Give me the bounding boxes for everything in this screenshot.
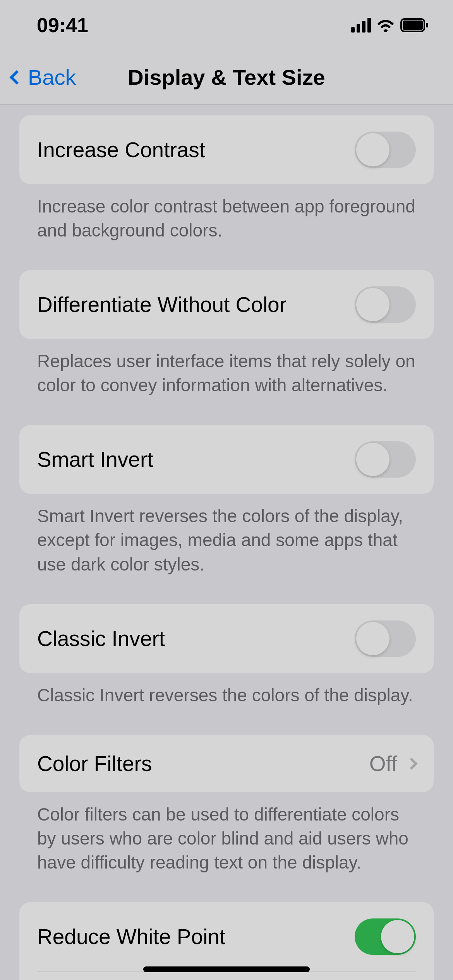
increase-contrast-toggle[interactable] xyxy=(355,132,416,168)
differentiate-without-color-row[interactable]: Differentiate Without Color xyxy=(19,270,434,339)
reduce-white-point-slider-row: 100% xyxy=(37,971,416,980)
classic-invert-label: Classic Invert xyxy=(37,626,165,651)
color-filters-value: Off xyxy=(369,751,397,776)
color-filters-group: Color Filters Off Color filters can be u… xyxy=(19,735,434,874)
differentiate-toggle[interactable] xyxy=(355,286,416,323)
smart-invert-label: Smart Invert xyxy=(37,447,153,472)
reduce-white-point-row[interactable]: Reduce White Point xyxy=(37,902,416,971)
smart-invert-row[interactable]: Smart Invert xyxy=(19,425,434,494)
back-label: Back xyxy=(28,65,76,90)
status-time: 09:41 xyxy=(37,14,88,37)
increase-contrast-row[interactable]: Increase Contrast xyxy=(19,115,434,184)
svg-rect-2 xyxy=(426,23,428,27)
increase-contrast-note: Increase color contrast between app fore… xyxy=(19,184,434,242)
color-filters-value-wrap: Off xyxy=(369,751,416,776)
smart-invert-toggle[interactable] xyxy=(355,441,416,478)
back-button[interactable]: Back xyxy=(12,65,76,90)
wifi-icon xyxy=(376,18,395,32)
smart-invert-note: Smart Invert reverses the colors of the … xyxy=(19,494,434,576)
chevron-left-icon xyxy=(10,70,24,84)
color-filters-note: Color filters can be used to differentia… xyxy=(19,792,434,874)
increase-contrast-group: Increase Contrast Increase color contras… xyxy=(19,115,434,242)
color-filters-row[interactable]: Color Filters Off xyxy=(19,735,434,792)
home-indicator[interactable] xyxy=(143,966,310,972)
navigation-bar: Back Display & Text Size xyxy=(0,50,453,105)
classic-invert-note: Classic Invert reverses the colors of th… xyxy=(19,673,434,707)
reduce-white-point-label: Reduce White Point xyxy=(37,924,225,949)
settings-content[interactable]: Increase Contrast Increase color contras… xyxy=(0,115,453,980)
svg-rect-1 xyxy=(403,21,423,30)
differentiate-label: Differentiate Without Color xyxy=(37,292,287,317)
reduce-white-point-toggle[interactable] xyxy=(355,918,416,955)
differentiate-group: Differentiate Without Color Replaces use… xyxy=(19,270,434,397)
classic-invert-group: Classic Invert Classic Invert reverses t… xyxy=(19,604,434,707)
differentiate-note: Replaces user interface items that rely … xyxy=(19,339,434,397)
battery-icon xyxy=(400,18,430,32)
cellular-signal-icon xyxy=(351,18,371,33)
status-bar: 09:41 xyxy=(0,0,453,50)
color-filters-label: Color Filters xyxy=(37,751,152,776)
increase-contrast-label: Increase Contrast xyxy=(37,137,205,162)
classic-invert-toggle[interactable] xyxy=(355,620,416,657)
classic-invert-row[interactable]: Classic Invert xyxy=(19,604,434,673)
status-indicators xyxy=(351,18,430,33)
smart-invert-group: Smart Invert Smart Invert reverses the c… xyxy=(19,425,434,576)
chevron-right-icon xyxy=(405,757,417,769)
